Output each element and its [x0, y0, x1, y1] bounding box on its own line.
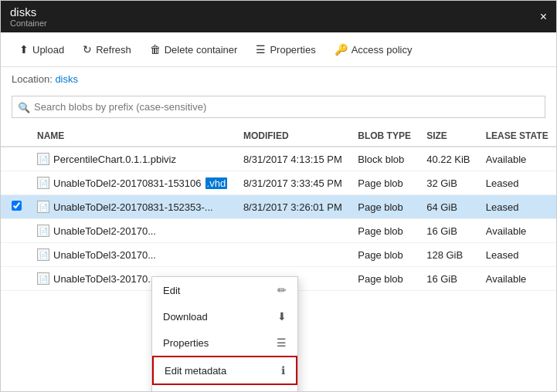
file-icon: 📄: [37, 248, 49, 261]
col-name: NAME: [29, 126, 236, 147]
menu-item-icon: ☰: [277, 336, 287, 349]
row-name-highlight: .vhd: [205, 177, 228, 189]
col-lease-state: LEASE STATE: [478, 126, 556, 147]
delete-container-button[interactable]: 🗑 Delete container: [142, 39, 246, 60]
access-policy-label: Access policy: [352, 44, 413, 56]
row-blob-type: Block blob: [350, 147, 419, 171]
properties-button[interactable]: ☰ Properties: [248, 39, 323, 60]
context-menu-item-properties[interactable]: Properties☰: [152, 329, 297, 356]
breadcrumb: Location: disks: [1, 67, 556, 91]
row-blob-type: Page blob: [350, 219, 419, 243]
row-blob-type: Page blob: [350, 195, 419, 219]
row-modified: 8/31/2017 4:13:15 PM: [236, 147, 350, 171]
row-name: 📄UnableToDel2-20170831-152353-...: [29, 195, 236, 219]
file-icon: 📄: [37, 153, 49, 165]
refresh-label: Refresh: [96, 44, 131, 56]
file-icon: 📄: [37, 225, 49, 237]
search-wrapper: 🔍: [12, 96, 545, 118]
table-row[interactable]: 📄UnableToDel2-20170831-153106.vhd8/31/20…: [1, 171, 556, 195]
refresh-button[interactable]: ↻ Refresh: [75, 39, 139, 60]
col-check: [1, 126, 29, 147]
menu-item-icon: ℹ: [281, 364, 285, 377]
row-size: 64 GiB: [419, 195, 478, 219]
window-title: disks: [10, 5, 47, 19]
table-container: NAME MODIFIED BLOB TYPE SIZE LEASE STATE…: [1, 126, 556, 391]
row-checkbox-cell: [1, 267, 29, 291]
context-menu-item-edit-metadata[interactable]: Edit metadataℹ: [152, 356, 297, 385]
close-button[interactable]: ×: [540, 11, 547, 23]
row-size: 40.22 KiB: [419, 147, 478, 171]
row-checkbox-cell: [1, 195, 29, 219]
access-policy-button[interactable]: 🔑 Access policy: [327, 39, 420, 60]
table-row[interactable]: 📄PercentileChart.0.1.1.pbiviz8/31/2017 4…: [1, 147, 556, 171]
row-name-text: UnableToDel3-20170...: [53, 249, 156, 261]
row-name-text: UnableToDel2-20170831-152353-...: [53, 201, 213, 213]
breadcrumb-prefix: Location:: [12, 73, 55, 85]
col-modified: MODIFIED: [236, 126, 350, 147]
properties-icon: ☰: [256, 43, 266, 56]
row-modified: 8/31/2017 3:33:45 PM: [236, 171, 350, 195]
window-subtitle: Container: [10, 19, 47, 28]
titlebar: disks Container ×: [1, 1, 556, 32]
file-icon: 📄: [37, 177, 49, 189]
row-checkbox-cell: [1, 243, 29, 267]
menu-item-label: Edit: [163, 285, 180, 296]
row-modified: [236, 219, 350, 243]
row-name: 📄UnableToDel3-20170...: [29, 243, 236, 267]
context-menu-item-break-lease[interactable]: Break lease⚡: [152, 385, 297, 391]
delete-container-label: Delete container: [165, 44, 238, 56]
row-checkbox-cell: [1, 219, 29, 243]
upload-icon: ⬆: [19, 43, 29, 56]
row-checkbox-cell: [1, 147, 29, 171]
context-menu: Edit✏Download⬇Properties☰Edit metadataℹB…: [151, 276, 298, 391]
row-blob-type: Page blob: [350, 171, 419, 195]
row-blob-type: Page blob: [350, 267, 419, 291]
menu-item-label: Properties: [163, 337, 209, 349]
refresh-icon: ↻: [83, 43, 92, 56]
menu-item-icon: ✏: [277, 284, 287, 296]
menu-item-icon: ⬇: [277, 310, 287, 323]
access-policy-icon: 🔑: [335, 43, 348, 56]
main-window: disks Container × ⬆ Upload ↻ Refresh 🗑 D…: [0, 0, 557, 392]
search-icon: 🔍: [18, 101, 30, 113]
row-checkbox[interactable]: [12, 201, 22, 211]
row-modified: [236, 243, 350, 267]
col-size: SIZE: [419, 126, 478, 147]
row-name-text: PercentileChart.0.1.1.pbiviz: [53, 154, 176, 165]
table-row[interactable]: 📄UnableToDel3-20170...Page blob128 GiBLe…: [1, 243, 556, 267]
file-icon: 📄: [37, 272, 49, 285]
row-lease-state: Available: [478, 219, 556, 243]
delete-container-icon: 🗑: [150, 43, 161, 56]
row-modified: 8/31/2017 3:26:01 PM: [236, 195, 350, 219]
row-size: 16 GiB: [419, 219, 478, 243]
blobs-table: NAME MODIFIED BLOB TYPE SIZE LEASE STATE…: [1, 126, 556, 291]
row-size: 32 GiB: [419, 171, 478, 195]
table-row[interactable]: 📄UnableToDel2-20170831-152353-...8/31/20…: [1, 195, 556, 219]
row-lease-state: Leased: [478, 243, 556, 267]
col-blob-type: BLOB TYPE: [350, 126, 419, 147]
row-size: 16 GiB: [419, 267, 478, 291]
file-icon: 📄: [37, 201, 49, 213]
row-lease-state: Available: [478, 147, 556, 171]
row-checkbox-cell: [1, 171, 29, 195]
menu-item-label: Edit metadata: [165, 365, 226, 377]
breadcrumb-link[interactable]: disks: [55, 73, 78, 85]
row-name-text: UnableToDel2-20170...: [53, 225, 156, 237]
search-input[interactable]: [12, 96, 545, 118]
toolbar: ⬆ Upload ↻ Refresh 🗑 Delete container ☰ …: [1, 32, 556, 67]
upload-button[interactable]: ⬆ Upload: [12, 39, 72, 60]
menu-item-label: Download: [163, 311, 208, 323]
table-row[interactable]: 📄UnableToDel2-20170...Page blob16 GiBAva…: [1, 219, 556, 243]
table-header-row: NAME MODIFIED BLOB TYPE SIZE LEASE STATE: [1, 126, 556, 147]
row-lease-state: Leased: [478, 171, 556, 195]
row-name: 📄PercentileChart.0.1.1.pbiviz: [29, 147, 236, 171]
upload-label: Upload: [32, 44, 64, 56]
row-name-text: UnableToDel3-20170...: [53, 273, 156, 285]
row-lease-state: Available: [478, 267, 556, 291]
row-name-text: UnableToDel2-20170831-153106: [53, 177, 202, 189]
row-name: 📄UnableToDel2-20170831-153106.vhd: [29, 171, 236, 195]
context-menu-item-edit[interactable]: Edit✏: [152, 277, 297, 303]
context-menu-item-download[interactable]: Download⬇: [152, 303, 297, 329]
row-name: 📄UnableToDel2-20170...: [29, 219, 236, 243]
titlebar-left: disks Container: [10, 5, 47, 28]
